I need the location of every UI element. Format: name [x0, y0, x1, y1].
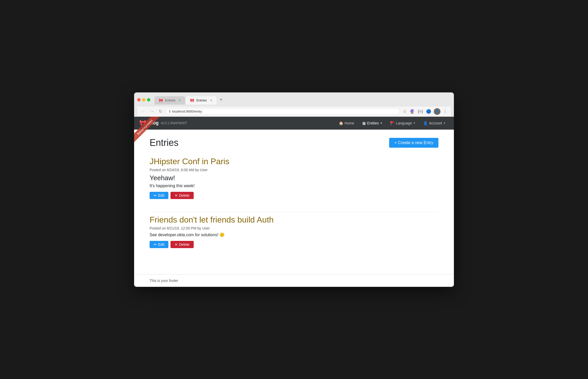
tab-2[interactable]: 🎀 Entries ✕ — [186, 96, 216, 105]
pencil-icon: ✏ — [154, 193, 157, 198]
create-entry-button[interactable]: + Create a new Entry — [389, 138, 438, 148]
extension-2-icon[interactable]: {=} — [417, 109, 423, 114]
entry-1-delete-label: Delete — [179, 193, 189, 198]
entry-2-delete-button[interactable]: ✕ Delete — [170, 241, 193, 248]
pencil-icon: ✏ — [154, 242, 157, 247]
entry-2-meta: Posted on 6/21/19, 12:00 PM by User — [150, 226, 438, 230]
entry-1-headline: Yeehaw! — [150, 174, 438, 182]
list-item: JHipster Conf in Paris Posted on 6/24/19… — [150, 156, 438, 204]
nav-account[interactable]: 👤 Account ▾ — [420, 119, 449, 127]
browser-chrome: 🎀 Entries ✕ 🎀 Entries ✕ + ← → ↻ ℹ localh… — [134, 92, 454, 117]
nav-account-label: Account — [429, 121, 442, 125]
bookmark-icon[interactable]: ☆ — [402, 108, 407, 114]
tab-2-label: Entries — [196, 98, 207, 102]
navbar-version: v0.0.1-SNAPSHOT — [161, 121, 187, 125]
page-header: Entries + Create a new Entry — [150, 137, 438, 148]
user-avatar[interactable]: 👤 — [434, 108, 440, 115]
entry-1-content: It's happening this week! — [150, 184, 438, 188]
account-caret-icon: ▾ — [444, 122, 445, 124]
address-text: localhost:9000/entry — [172, 109, 202, 113]
extension-3-icon[interactable]: 🔵 — [426, 108, 432, 114]
footer-text: This is your footer — [150, 279, 178, 283]
menu-icon[interactable]: ⋮ — [443, 108, 448, 114]
entry-1-actions: ✏ Edit ✕ Delete — [150, 192, 438, 199]
navbar-brand: 🎀 Blog v0.0.1-SNAPSHOT — [139, 120, 187, 127]
entry-2-title: Friends don't let friends build Auth — [150, 215, 438, 225]
browser-window: 🎀 Entries ✕ 🎀 Entries ✕ + ← → ↻ ℹ localh… — [134, 92, 454, 287]
extension-1-icon[interactable]: 🔮 — [409, 108, 415, 114]
entry-1-meta: Posted on 6/24/19, 6:00 AM by User — [150, 168, 438, 172]
account-icon: 👤 — [423, 121, 428, 125]
entry-2-actions: ✏ Edit ✕ Delete — [150, 241, 438, 248]
page-main: Entries + Create a new Entry JHipster Co… — [134, 130, 454, 274]
entry-1-edit-label: Edit — [158, 193, 164, 198]
new-tab-button[interactable]: + — [217, 95, 225, 105]
separator — [150, 212, 438, 212]
entry-1-edit-button[interactable]: ✏ Edit — [150, 192, 168, 199]
forward-button[interactable]: → — [149, 109, 155, 114]
navbar: 🎀 Blog v0.0.1-SNAPSHOT 🏠 Home ▦ Entities… — [134, 117, 454, 130]
tab-2-close[interactable]: ✕ — [210, 99, 213, 102]
entry-2-delete-label: Delete — [179, 242, 189, 247]
back-button[interactable]: ← — [140, 109, 146, 114]
close-button[interactable] — [137, 98, 141, 101]
page-title: Entries — [150, 137, 178, 148]
times-icon: ✕ — [175, 193, 178, 198]
browser-actions: ☆ 🔮 {=} 🔵 👤 ⋮ — [402, 108, 448, 115]
tab-2-icon: 🎀 — [190, 98, 194, 102]
entry-2-edit-label: Edit — [158, 242, 164, 247]
tab-1[interactable]: 🎀 Entries ✕ — [154, 96, 185, 105]
nav-home[interactable]: 🏠 Home — [335, 119, 358, 127]
nav-entities-label: Entities — [367, 121, 379, 125]
navbar-nav: 🏠 Home ▦ Entities ▾ 🚩 Language ▾ 👤 Accou… — [335, 119, 449, 127]
language-icon: 🚩 — [390, 121, 395, 125]
tabs-row: 🎀 Entries ✕ 🎀 Entries ✕ + — [154, 95, 225, 105]
app-content: 🎀 Blog v0.0.1-SNAPSHOT 🏠 Home ▦ Entities… — [134, 117, 454, 287]
entities-caret-icon: ▾ — [381, 122, 382, 124]
tab-1-icon: 🎀 — [159, 98, 163, 102]
brand-icon: 🎀 — [139, 120, 146, 127]
address-bar[interactable]: ℹ localhost:9000/entry — [166, 108, 400, 115]
traffic-lights — [137, 98, 150, 101]
times-icon: ✕ — [175, 242, 178, 247]
nav-language-label: Language — [396, 121, 412, 125]
entry-1-title: JHipster Conf in Paris — [150, 156, 438, 166]
address-bar-row: ← → ↻ ℹ localhost:9000/entry ☆ 🔮 {=} 🔵 👤… — [137, 107, 451, 117]
entry-2-edit-button[interactable]: ✏ Edit — [150, 241, 168, 248]
tab-1-label: Entries — [165, 98, 175, 102]
home-icon: 🏠 — [339, 121, 343, 125]
page-footer: This is your footer — [134, 274, 454, 287]
minimize-button[interactable] — [142, 98, 145, 101]
reload-button[interactable]: ↻ — [158, 108, 163, 114]
nav-home-label: Home — [345, 121, 354, 125]
language-caret-icon: ▾ — [414, 122, 415, 124]
tab-1-close[interactable]: ✕ — [178, 99, 181, 102]
fullscreen-button[interactable] — [147, 98, 150, 101]
browser-titlebar: 🎀 Entries ✕ 🎀 Entries ✕ + — [137, 95, 451, 105]
brand-name: Blog — [148, 120, 159, 126]
nav-entities[interactable]: ▦ Entities ▾ — [359, 119, 386, 127]
list-item: Friends don't let friends build Auth Pos… — [150, 215, 438, 253]
entry-1-delete-button[interactable]: ✕ Delete — [170, 192, 193, 199]
entry-2-content: See developer.okta.com for solutions! 🙂 — [150, 232, 438, 237]
info-icon: ℹ — [169, 109, 170, 113]
nav-language[interactable]: 🚩 Language ▾ — [387, 119, 419, 127]
entities-icon: ▦ — [362, 121, 366, 125]
